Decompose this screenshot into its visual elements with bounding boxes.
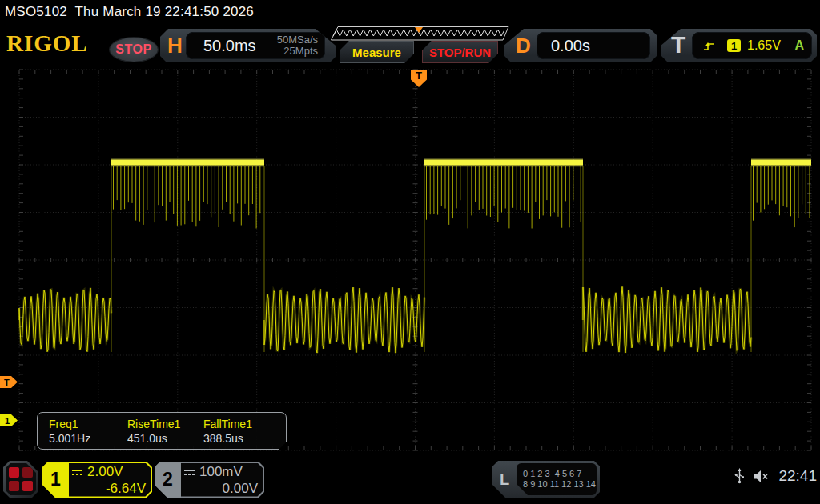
system-status-icons: 22:41 bbox=[734, 467, 817, 485]
channel1-ground-label: 1 bbox=[5, 416, 10, 426]
measurement-col-freq: Freq1 5.001Hz bbox=[49, 417, 127, 449]
measurement-value: 5.001Hz bbox=[49, 431, 127, 446]
channel2-scale: 100mV bbox=[199, 464, 243, 480]
digital-channels-row2: 8 9 10 11 12 13 14 15 bbox=[523, 479, 597, 490]
grid-square bbox=[9, 481, 19, 491]
measurement-label: FallTime1 bbox=[203, 417, 282, 431]
oscilloscope-screen: MSO5102 Thu March 19 22:41:50 2026 RIGOL… bbox=[0, 0, 820, 504]
measurement-col-risetime: RiseTime1 451.0us bbox=[127, 417, 203, 449]
quick-menu-grid-icon bbox=[6, 463, 36, 495]
channel2-number-tab[interactable]: 2 bbox=[155, 462, 181, 498]
grid-square bbox=[22, 481, 33, 491]
measurement-col-falltime: FallTime1 388.5us bbox=[203, 417, 282, 449]
trigger-level-label: T bbox=[4, 378, 10, 387]
channel1-scale: 2.00V bbox=[87, 464, 123, 480]
usb-icon bbox=[734, 467, 746, 485]
measurement-label: RiseTime1 bbox=[127, 417, 203, 431]
digital-channels-panel: 0 1 2 3 4 5 6 7 8 9 10 11 12 13 14 15 bbox=[517, 463, 597, 495]
measurement-results-panel[interactable]: Freq1 5.001Hz RiseTime1 451.0us FallTime… bbox=[37, 412, 287, 450]
grid-square bbox=[22, 467, 33, 478]
measurement-value: 388.5us bbox=[203, 431, 282, 446]
channel1-values: 2.00V -6.64V bbox=[71, 464, 146, 495]
channel2-values: 100mV 0.00V bbox=[183, 464, 258, 495]
channel2-offset: 0.00V bbox=[183, 481, 258, 497]
clock: 22:41 bbox=[778, 467, 817, 485]
speaker-muted-icon[interactable] bbox=[752, 469, 772, 484]
logic-analyzer-block[interactable]: L 0 1 2 3 4 5 6 7 8 9 10 11 12 13 14 15 bbox=[492, 461, 600, 498]
measurement-value: 451.0us bbox=[127, 431, 203, 446]
dc-coupling-icon bbox=[183, 468, 195, 477]
measurement-label: Freq1 bbox=[49, 417, 127, 431]
channel1-offset: -6.64V bbox=[71, 481, 146, 497]
dc-coupling-icon bbox=[71, 468, 83, 477]
channel2-status-block[interactable]: 2 100mV 0.00V bbox=[155, 462, 264, 498]
grid-square bbox=[9, 467, 19, 478]
channel1-status-block[interactable]: 1 2.00V -6.64V bbox=[42, 462, 152, 498]
channel1-number-tab[interactable]: 1 bbox=[42, 462, 69, 498]
digital-channels-row1: 0 1 2 3 4 5 6 7 bbox=[523, 469, 597, 479]
trigger-position-label: T bbox=[416, 70, 422, 82]
waveform-needles bbox=[114, 166, 810, 229]
